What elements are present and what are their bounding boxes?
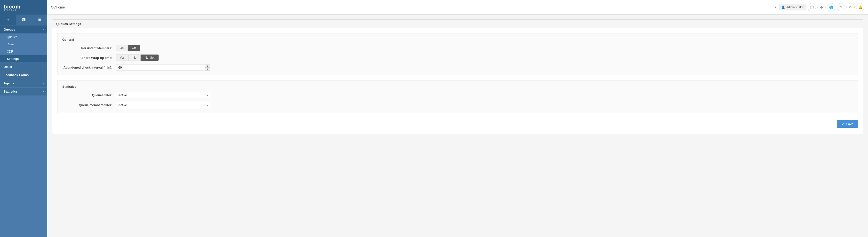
grid-icon-btn[interactable]: ⊞ (32, 14, 47, 25)
sidebar-section-queues-label: Queues (4, 28, 15, 31)
queue-members-filter-select[interactable]: Active Inactive All (116, 102, 210, 108)
sidebar-section-agents[interactable]: Agents › (0, 79, 47, 87)
statistics-section-title: Statistics (62, 85, 853, 89)
spinner-up-btn[interactable]: ▲ (205, 64, 210, 68)
general-section: General Persistent Members: On Off Share… (57, 33, 858, 75)
chevron-down-icon: ▾ (42, 28, 44, 31)
refresh-btn[interactable]: ↻ (837, 3, 845, 11)
sidebar-item-cdr[interactable]: CDR (0, 48, 47, 55)
card-title: Queues Settings (56, 22, 81, 26)
card-body: General Persistent Members: On Off Share… (52, 28, 863, 134)
queues-filter-select[interactable]: Active Inactive All (116, 92, 210, 98)
spinner-down-btn[interactable]: ▼ (205, 68, 210, 70)
save-button[interactable]: ✔ Save (837, 120, 858, 128)
sync-btn[interactable]: ⟳ (846, 3, 855, 11)
page-card: Queues Settings General Persistent Membe… (52, 20, 863, 134)
sidebar-section-dialer[interactable]: Dialer › (0, 63, 47, 71)
abandoned-interval-label: Abandoned check interval (min): (62, 66, 116, 69)
queues-filter-select-wrap: Active Inactive All ▾ (116, 92, 210, 98)
abandoned-interval-input[interactable] (116, 64, 205, 70)
sidebar-section-agents-label: Agents (4, 81, 14, 85)
topbar-right: 👤 Administrator 🕐 ⚙ 🌐 ↻ ⟳ 🔔 (779, 3, 864, 11)
sidebar-section-statistics-label: Statistics (4, 90, 18, 93)
globe-btn[interactable]: 🌐 (827, 3, 835, 11)
logo-area: bicom SYSTEMS (0, 0, 47, 14)
queue-members-filter-label: Queue members filter: (62, 103, 116, 107)
topbar-dropdown-arrow[interactable]: ▾ (775, 6, 776, 9)
content-area: Queues Settings General Persistent Membe… (47, 14, 868, 237)
sidebar-section-feedback[interactable]: Feedback Forms › (0, 71, 47, 79)
chevron-right-icon2: › (43, 74, 44, 76)
persistent-members-toggle: On Off (116, 45, 140, 51)
sidebar-section-queues[interactable]: Queues ▾ (0, 25, 47, 33)
queue-members-filter-select-wrap: Active Inactive All ▾ (116, 102, 210, 108)
user-icon: 👤 (781, 6, 785, 9)
save-label: Save (846, 122, 853, 126)
sidebar-item-settings[interactable]: Settings (0, 55, 47, 63)
clock-btn[interactable]: 🕐 (808, 3, 816, 11)
abandoned-interval-input-wrap: ▲ ▼ (116, 64, 210, 71)
persistent-members-row: Persistent Members: On Off (62, 45, 853, 51)
bell-btn[interactable]: 🔔 (856, 3, 864, 11)
card-header: Queues Settings (52, 20, 863, 28)
share-wrapup-label: Share Wrap-up time: (62, 56, 116, 60)
sidebar-icon-bar: ⌂ ☎ ⊞ (0, 14, 47, 25)
persistent-members-off-btn[interactable]: Off (128, 45, 140, 51)
home-icon-btn[interactable]: ⌂ (0, 14, 16, 25)
queues-filter-row: Queues filter: Active Inactive All ▾ (62, 92, 853, 98)
sidebar: bicom SYSTEMS ⌂ ☎ ⊞ Queues ▾ Queues Rule… (0, 0, 47, 237)
admin-badge: 👤 Administrator (779, 4, 806, 10)
save-area: ✔ Save (57, 118, 858, 129)
topbar: CCHome ▾ 👤 Administrator 🕐 ⚙ 🌐 ↻ ⟳ 🔔 (47, 0, 868, 14)
chevron-right-icon: › (43, 65, 44, 68)
share-wrapup-notset-btn[interactable]: Not Set (141, 55, 159, 61)
share-wrapup-yes-btn[interactable]: Yes (116, 55, 129, 61)
logo-text: bicom (4, 4, 21, 10)
admin-label: Administrator (786, 6, 804, 9)
general-section-title: General (62, 38, 853, 41)
main-area: CCHome ▾ 👤 Administrator 🕐 ⚙ 🌐 ↻ ⟳ 🔔 Que… (47, 0, 868, 237)
persistent-members-label: Persistent Members: (62, 46, 116, 50)
sidebar-section-feedback-label: Feedback Forms (4, 73, 29, 77)
spinner-btns: ▲ ▼ (205, 64, 210, 70)
share-wrapup-no-btn[interactable]: No (129, 55, 141, 61)
statistics-section: Statistics Queues filter: Active Inactiv… (57, 80, 858, 113)
sidebar-item-queues[interactable]: Queues (0, 33, 47, 41)
chevron-right-icon3: › (43, 82, 44, 84)
queue-members-filter-row: Queue members filter: Active Inactive Al… (62, 102, 853, 108)
share-wrapup-toggle: Yes No Not Set (116, 55, 159, 61)
topbar-title: CCHome (51, 5, 772, 9)
persistent-members-on-btn[interactable]: On (116, 45, 128, 51)
abandoned-interval-row: Abandoned check interval (min): ▲ ▼ (62, 64, 853, 71)
settings-btn[interactable]: ⚙ (817, 3, 826, 11)
sidebar-item-rules[interactable]: Rules (0, 41, 47, 48)
sidebar-section-statistics[interactable]: Statistics › (0, 87, 47, 96)
share-wrapup-row: Share Wrap-up time: Yes No Not Set (62, 55, 853, 61)
phone-icon-btn[interactable]: ☎ (16, 14, 32, 25)
queues-filter-label: Queues filter: (62, 93, 116, 97)
checkmark-icon: ✔ (842, 122, 844, 126)
sidebar-nav: Queues ▾ Queues Rules CDR Settings Diale… (0, 25, 47, 237)
chevron-right-icon4: › (43, 90, 44, 93)
sidebar-section-dialer-label: Dialer (4, 65, 12, 69)
